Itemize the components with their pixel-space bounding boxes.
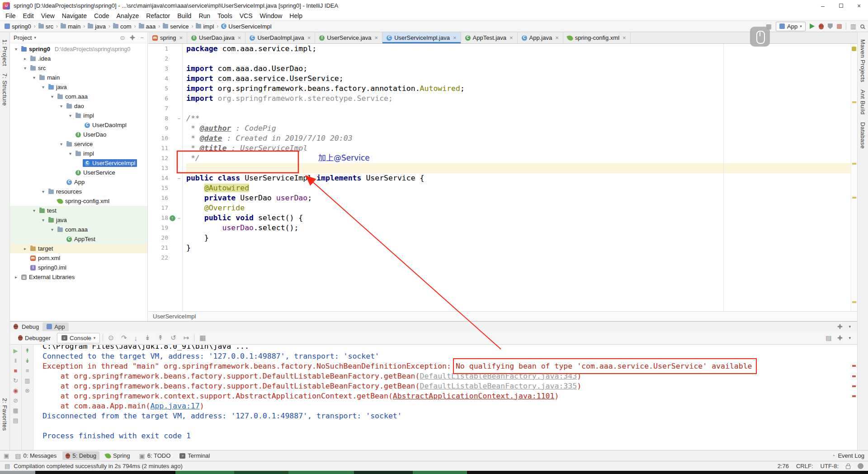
breadcrumb-item-UserServiceImpl[interactable]: CUserServiceImpl (220, 23, 272, 30)
stacktrace-link[interactable]: AbstractApplicationContext.java:1101 (393, 392, 555, 400)
line-number[interactable]: 19 (148, 223, 168, 233)
caret-position[interactable]: 2:76 (778, 463, 789, 469)
menu-item-file[interactable]: File (2, 12, 19, 19)
code-line-9[interactable]: * @author : CodePig (186, 123, 851, 133)
drop-frame-icon[interactable]: ↺ (168, 334, 179, 342)
line-number[interactable]: 21 (148, 243, 168, 253)
tree-item-spring-config.xml[interactable]: spring-config.xml (10, 196, 147, 206)
chevron-right-icon[interactable]: ▸ (22, 246, 28, 251)
stacktrace-link[interactable]: DefaultListableBeanFactory.java:335 (420, 382, 577, 390)
line-number[interactable]: 6 (148, 94, 168, 104)
tree-item-main[interactable]: ▾main (10, 73, 147, 82)
menu-item-tools[interactable]: Tools (214, 12, 236, 19)
override-marker-icon[interactable]: ↑ (170, 215, 175, 221)
menu-item-build[interactable]: Build (174, 12, 195, 19)
code-line-6[interactable]: import org.springframework.stereotype.Se… (186, 94, 851, 104)
menu-item-edit[interactable]: Edit (19, 12, 38, 19)
rerun-icon[interactable]: ↻ (13, 378, 18, 384)
line-number[interactable]: 13 (148, 163, 168, 173)
frame-up-icon[interactable]: ↟ (25, 348, 30, 354)
menu-item-navigate[interactable]: Navigate (58, 12, 90, 19)
line-number[interactable]: 10 (148, 133, 168, 143)
stop-icon[interactable]: ■ (14, 368, 18, 374)
code-line-8[interactable]: /** (186, 114, 851, 123)
console[interactable]: C:\Program Files\Java\jdk1.8.0_91\bin\ja… (33, 345, 857, 450)
run-button[interactable] (810, 24, 815, 29)
line-number[interactable]: 1 (148, 44, 168, 54)
resume-icon[interactable]: ▶ (14, 348, 18, 354)
tree-item-test[interactable]: ▾test (10, 206, 147, 215)
editor-viewport[interactable]: 12345678−91011121314−15161718↑−19202122 … (148, 44, 857, 311)
chevron-down-icon[interactable]: ▾ (34, 35, 36, 40)
event-log-button[interactable]: Event Log (838, 452, 864, 459)
line-number[interactable]: 8 (148, 114, 168, 123)
tab-UserDaoImpl.java[interactable]: CUserDaoImpl.java× (245, 32, 315, 43)
chevron-right-icon[interactable]: ▸ (22, 56, 28, 61)
tree-item-UserServiceImpl[interactable]: CUserServiceImpl (10, 158, 147, 168)
line-number[interactable]: 14 (148, 173, 168, 183)
chevron-down-icon[interactable]: ▾ (40, 218, 47, 223)
chevron-down-icon[interactable]: ▾ (58, 104, 65, 109)
tree-item-AppTest[interactable]: CAppTest (10, 234, 147, 244)
code-line-13[interactable] (186, 163, 851, 173)
line-number[interactable]: 4 (148, 74, 168, 84)
menu-item-code[interactable]: Code (90, 12, 113, 19)
chevron-down-icon[interactable]: ▾ (22, 66, 28, 71)
line-separator[interactable]: CRLF: (796, 463, 813, 469)
toolwindow-tab-spring[interactable]: Spring (102, 451, 133, 460)
line-number[interactable]: 22 (148, 253, 168, 263)
gear-icon[interactable] (839, 337, 841, 339)
close-icon[interactable]: × (509, 34, 513, 41)
breadcrumb-item-com[interactable]: com (112, 23, 132, 30)
line-number[interactable]: 7 (148, 104, 168, 114)
gear-icon[interactable] (839, 325, 841, 328)
tree-item-impl[interactable]: ▾impl (10, 149, 147, 158)
line-number[interactable]: 2 (148, 54, 168, 64)
mute-breakpoints-icon[interactable]: ⊘ (13, 398, 18, 403)
close-icon[interactable]: × (623, 34, 626, 41)
close-icon[interactable]: × (375, 34, 378, 41)
tree-item-dao[interactable]: ▾dao (10, 101, 147, 111)
view-tab-console[interactable]: ≡Console▾ (57, 333, 100, 343)
sidebar-item-structure[interactable]: 7: Structure (1, 73, 8, 106)
chevron-down-icon[interactable]: ▾ (31, 208, 38, 213)
collapse-icon[interactable]: ▾ (849, 336, 851, 340)
tree-item-External Libraries[interactable]: ▸≡External Libraries (10, 272, 147, 282)
view-breakpoints-icon[interactable]: ◉ (13, 388, 18, 393)
view-tab-debugger[interactable]: Debugger (14, 333, 55, 343)
menu-item-vcs[interactable]: VCS (236, 12, 256, 19)
breadcrumb-item-src[interactable]: src (38, 23, 54, 30)
chevron-down-icon[interactable]: ▾ (49, 94, 56, 99)
tab-App.java[interactable]: CApp.java× (518, 32, 563, 43)
code-line-19[interactable]: userDao.select(); (186, 223, 851, 233)
fold-icon[interactable]: − (176, 175, 182, 181)
breadcrumb-class[interactable]: UserServiceImpl (153, 313, 196, 320)
tab-AppTest.java[interactable]: CAppTest.java× (461, 32, 518, 43)
force-step-into-icon[interactable]: ↡ (142, 334, 153, 342)
chevron-down-icon[interactable]: ▾ (31, 75, 38, 80)
sidebar-item-ant[interactable]: Ant Build (859, 90, 866, 115)
line-number[interactable]: 9 (148, 123, 168, 133)
tab-spring[interactable]: mspring× (148, 32, 187, 43)
menu-item-run[interactable]: Run (195, 12, 214, 19)
readonly-lock-icon[interactable] (846, 465, 850, 469)
pause-icon[interactable]: ‖ (14, 358, 17, 364)
tree-item-src[interactable]: ▾src (10, 63, 147, 73)
tree-item-App[interactable]: CApp (10, 177, 147, 187)
settings-icon[interactable]: ▤ (13, 417, 18, 423)
line-number[interactable]: 12 (148, 153, 168, 163)
line-number[interactable]: 11 (148, 143, 168, 153)
menu-item-analyze[interactable]: Analyze (113, 12, 143, 19)
code-line-18[interactable]: public void select() { (186, 213, 851, 223)
debug-session-tab[interactable]: App (42, 322, 69, 331)
minimize-button[interactable]: – (814, 0, 832, 11)
search-everywhere-icon[interactable] (860, 24, 864, 28)
tree-item-impl[interactable]: ▾impl (10, 111, 147, 120)
tab-UserServiceImpl.java[interactable]: CUserServiceImpl.java× (382, 32, 461, 43)
step-into-icon[interactable]: ↓ (132, 334, 140, 342)
code-line-3[interactable]: import com.aaa.dao.UserDao; (186, 64, 851, 74)
close-icon[interactable]: × (179, 34, 183, 41)
chevron-down-icon[interactable]: ▾ (13, 47, 19, 52)
breadcrumb-item-impl[interactable]: impl (195, 23, 215, 30)
restore-layout-icon[interactable]: ▦ (13, 408, 18, 413)
